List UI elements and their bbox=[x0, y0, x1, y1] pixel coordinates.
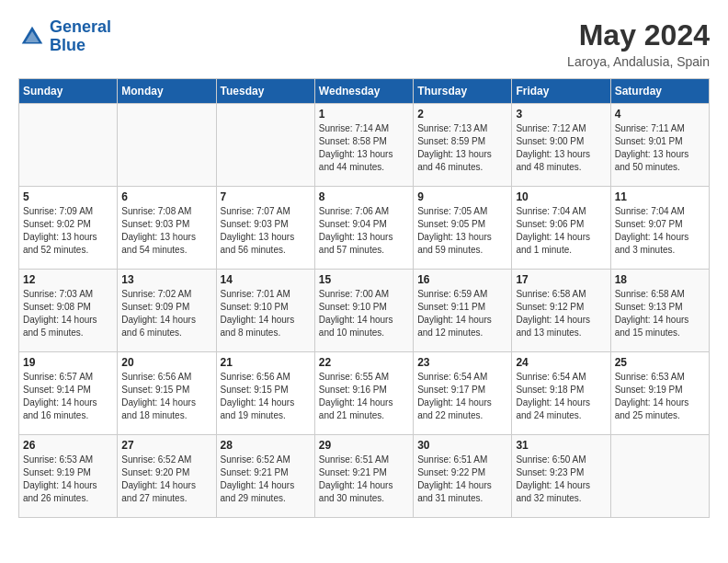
day-info: Sunrise: 6:56 AM Sunset: 9:15 PM Dayligh… bbox=[121, 371, 211, 422]
day-number: 5 bbox=[23, 190, 113, 203]
calendar-cell: 11Sunrise: 7:04 AM Sunset: 9:07 PM Dayli… bbox=[610, 187, 709, 270]
day-number: 3 bbox=[516, 108, 606, 121]
day-number: 14 bbox=[221, 273, 311, 286]
calendar-cell: 30Sunrise: 6:51 AM Sunset: 9:22 PM Dayli… bbox=[414, 435, 512, 518]
calendar-cell bbox=[610, 435, 709, 518]
logo-line2: Blue bbox=[50, 36, 85, 54]
day-number: 31 bbox=[516, 439, 606, 452]
day-info: Sunrise: 7:04 AM Sunset: 9:06 PM Dayligh… bbox=[516, 205, 606, 257]
day-number: 15 bbox=[319, 273, 409, 286]
day-info: Sunrise: 7:11 AM Sunset: 9:01 PM Dayligh… bbox=[615, 122, 705, 174]
calendar-week-1: 1Sunrise: 7:14 AM Sunset: 8:58 PM Daylig… bbox=[19, 104, 710, 187]
day-info: Sunrise: 6:54 AM Sunset: 9:17 PM Dayligh… bbox=[417, 371, 507, 422]
day-info: Sunrise: 7:08 AM Sunset: 9:03 PM Dayligh… bbox=[121, 205, 211, 257]
calendar-week-4: 19Sunrise: 6:57 AM Sunset: 9:14 PM Dayli… bbox=[19, 352, 710, 435]
day-number: 24 bbox=[516, 356, 606, 369]
day-info: Sunrise: 7:01 AM Sunset: 9:10 PM Dayligh… bbox=[221, 288, 311, 339]
day-number: 9 bbox=[417, 190, 507, 203]
weekday-header-sunday: Sunday bbox=[19, 79, 118, 104]
day-info: Sunrise: 6:52 AM Sunset: 9:20 PM Dayligh… bbox=[121, 454, 211, 505]
day-number: 21 bbox=[221, 356, 311, 369]
logo-line1: General bbox=[50, 17, 111, 36]
day-info: Sunrise: 6:54 AM Sunset: 9:18 PM Dayligh… bbox=[516, 371, 606, 422]
calendar-cell: 31Sunrise: 6:50 AM Sunset: 9:23 PM Dayli… bbox=[512, 435, 610, 518]
day-info: Sunrise: 6:57 AM Sunset: 9:14 PM Dayligh… bbox=[23, 371, 113, 422]
weekday-header-friday: Friday bbox=[512, 79, 610, 104]
day-info: Sunrise: 6:51 AM Sunset: 9:21 PM Dayligh… bbox=[319, 454, 409, 505]
day-number: 13 bbox=[121, 273, 211, 286]
calendar-cell: 26Sunrise: 6:53 AM Sunset: 9:19 PM Dayli… bbox=[19, 435, 118, 518]
calendar-cell: 18Sunrise: 6:58 AM Sunset: 9:13 PM Dayli… bbox=[610, 270, 709, 352]
calendar-week-3: 12Sunrise: 7:03 AM Sunset: 9:08 PM Dayli… bbox=[19, 270, 710, 352]
calendar-cell: 15Sunrise: 7:00 AM Sunset: 9:10 PM Dayli… bbox=[314, 270, 413, 352]
calendar-cell: 17Sunrise: 6:58 AM Sunset: 9:12 PM Dayli… bbox=[512, 270, 610, 352]
title-block: May 2024 Laroya, Andalusia, Spain bbox=[567, 18, 710, 69]
calendar-cell: 13Sunrise: 7:02 AM Sunset: 9:09 PM Dayli… bbox=[118, 270, 216, 352]
day-number: 2 bbox=[417, 108, 507, 121]
day-number: 27 bbox=[121, 439, 211, 452]
day-info: Sunrise: 7:14 AM Sunset: 8:58 PM Dayligh… bbox=[319, 122, 409, 174]
day-info: Sunrise: 7:09 AM Sunset: 9:02 PM Dayligh… bbox=[23, 205, 113, 257]
day-info: Sunrise: 6:53 AM Sunset: 9:19 PM Dayligh… bbox=[615, 371, 705, 422]
calendar-table: SundayMondayTuesdayWednesdayThursdayFrid… bbox=[18, 78, 710, 518]
day-info: Sunrise: 7:02 AM Sunset: 9:09 PM Dayligh… bbox=[121, 288, 211, 339]
page-header: General Blue May 2024 Laroya, Andalusia,… bbox=[18, 18, 710, 69]
calendar-cell: 7Sunrise: 7:07 AM Sunset: 9:03 PM Daylig… bbox=[216, 187, 314, 270]
day-number: 10 bbox=[516, 190, 606, 203]
weekday-header-row: SundayMondayTuesdayWednesdayThursdayFrid… bbox=[19, 79, 710, 104]
calendar-cell bbox=[216, 104, 314, 187]
day-number: 8 bbox=[319, 190, 409, 203]
day-number: 6 bbox=[121, 190, 211, 203]
calendar-cell: 29Sunrise: 6:51 AM Sunset: 9:21 PM Dayli… bbox=[314, 435, 413, 518]
calendar-cell: 10Sunrise: 7:04 AM Sunset: 9:06 PM Dayli… bbox=[512, 187, 610, 270]
day-number: 12 bbox=[23, 273, 113, 286]
day-info: Sunrise: 6:55 AM Sunset: 9:16 PM Dayligh… bbox=[319, 371, 409, 422]
day-info: Sunrise: 6:51 AM Sunset: 9:22 PM Dayligh… bbox=[417, 454, 507, 505]
day-info: Sunrise: 6:52 AM Sunset: 9:21 PM Dayligh… bbox=[221, 454, 311, 505]
calendar-cell bbox=[19, 104, 118, 187]
logo-icon bbox=[18, 23, 46, 51]
logo: General Blue bbox=[18, 18, 111, 55]
calendar-cell: 28Sunrise: 6:52 AM Sunset: 9:21 PM Dayli… bbox=[216, 435, 314, 518]
calendar-cell: 4Sunrise: 7:11 AM Sunset: 9:01 PM Daylig… bbox=[610, 104, 709, 187]
day-number: 28 bbox=[221, 439, 311, 452]
calendar-cell: 27Sunrise: 6:52 AM Sunset: 9:20 PM Dayli… bbox=[118, 435, 216, 518]
calendar-cell: 20Sunrise: 6:56 AM Sunset: 9:15 PM Dayli… bbox=[118, 352, 216, 435]
day-info: Sunrise: 7:04 AM Sunset: 9:07 PM Dayligh… bbox=[615, 205, 705, 257]
day-number: 26 bbox=[23, 439, 113, 452]
day-number: 7 bbox=[221, 190, 311, 203]
calendar-cell: 16Sunrise: 6:59 AM Sunset: 9:11 PM Dayli… bbox=[414, 270, 512, 352]
day-info: Sunrise: 6:58 AM Sunset: 9:12 PM Dayligh… bbox=[516, 288, 606, 339]
calendar-cell bbox=[118, 104, 216, 187]
calendar-cell: 3Sunrise: 7:12 AM Sunset: 9:00 PM Daylig… bbox=[512, 104, 610, 187]
day-number: 18 bbox=[615, 273, 705, 286]
day-number: 30 bbox=[417, 439, 507, 452]
calendar-cell: 8Sunrise: 7:06 AM Sunset: 9:04 PM Daylig… bbox=[314, 187, 413, 270]
location: Laroya, Andalusia, Spain bbox=[567, 54, 710, 69]
day-number: 25 bbox=[615, 356, 705, 369]
calendar-cell: 23Sunrise: 6:54 AM Sunset: 9:17 PM Dayli… bbox=[414, 352, 512, 435]
weekday-header-monday: Monday bbox=[118, 79, 216, 104]
day-info: Sunrise: 7:05 AM Sunset: 9:05 PM Dayligh… bbox=[417, 205, 507, 257]
day-number: 11 bbox=[615, 190, 705, 203]
calendar-cell: 21Sunrise: 6:56 AM Sunset: 9:15 PM Dayli… bbox=[216, 352, 314, 435]
calendar-week-5: 26Sunrise: 6:53 AM Sunset: 9:19 PM Dayli… bbox=[19, 435, 710, 518]
calendar-cell: 1Sunrise: 7:14 AM Sunset: 8:58 PM Daylig… bbox=[314, 104, 413, 187]
calendar-cell: 2Sunrise: 7:13 AM Sunset: 8:59 PM Daylig… bbox=[414, 104, 512, 187]
calendar-cell: 25Sunrise: 6:53 AM Sunset: 9:19 PM Dayli… bbox=[610, 352, 709, 435]
logo-text: General Blue bbox=[50, 18, 111, 55]
day-number: 4 bbox=[615, 108, 705, 121]
day-info: Sunrise: 7:13 AM Sunset: 8:59 PM Dayligh… bbox=[417, 122, 507, 174]
day-number: 23 bbox=[417, 356, 507, 369]
calendar-cell: 19Sunrise: 6:57 AM Sunset: 9:14 PM Dayli… bbox=[19, 352, 118, 435]
day-number: 17 bbox=[516, 273, 606, 286]
weekday-header-saturday: Saturday bbox=[610, 79, 709, 104]
day-number: 19 bbox=[23, 356, 113, 369]
weekday-header-wednesday: Wednesday bbox=[314, 79, 413, 104]
day-info: Sunrise: 6:53 AM Sunset: 9:19 PM Dayligh… bbox=[23, 454, 113, 505]
day-info: Sunrise: 6:59 AM Sunset: 9:11 PM Dayligh… bbox=[417, 288, 507, 339]
weekday-header-tuesday: Tuesday bbox=[216, 79, 314, 104]
calendar-cell: 9Sunrise: 7:05 AM Sunset: 9:05 PM Daylig… bbox=[414, 187, 512, 270]
weekday-header-thursday: Thursday bbox=[414, 79, 512, 104]
day-info: Sunrise: 6:56 AM Sunset: 9:15 PM Dayligh… bbox=[221, 371, 311, 422]
